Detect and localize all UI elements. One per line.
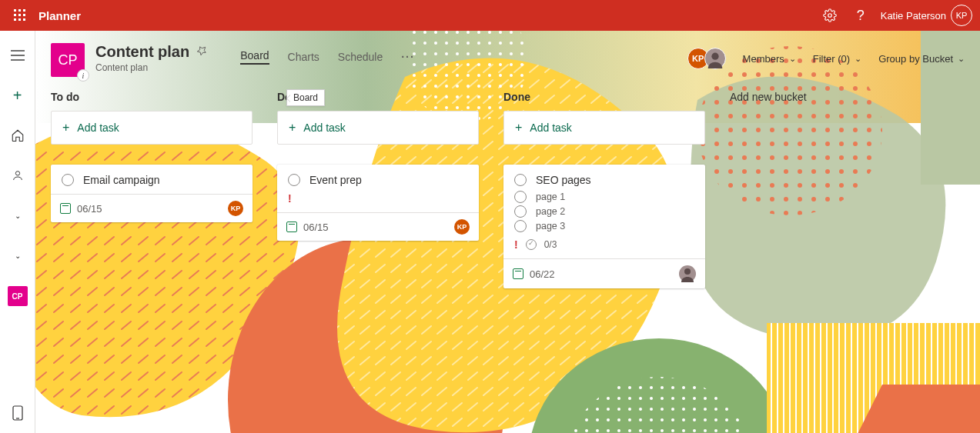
tab-charts[interactable]: Charts xyxy=(288,49,319,65)
members-label: Members xyxy=(743,53,784,65)
assignee-avatar[interactable] xyxy=(679,265,696,282)
svg-rect-2 xyxy=(23,9,25,12)
task-card[interactable]: Event prep ! 06/15 KP xyxy=(277,165,479,241)
board: To do + Add task Email campaign xyxy=(35,80,980,298)
task-date: 06/15 xyxy=(77,203,102,215)
complete-circle-icon[interactable] xyxy=(62,174,74,186)
mobile-icon[interactable] xyxy=(5,401,30,425)
svg-point-31 xyxy=(684,268,691,275)
hamburger-icon[interactable] xyxy=(5,43,30,68)
subtask-circle-icon[interactable] xyxy=(514,220,527,232)
member-avatars[interactable]: KP xyxy=(687,48,726,69)
new-plan-icon[interactable]: + xyxy=(5,83,30,108)
svg-rect-6 xyxy=(14,18,16,21)
add-task-button[interactable]: + Add task xyxy=(503,111,705,145)
priority-urgent-icon: ! xyxy=(514,238,518,251)
task-title: SEO pages xyxy=(536,174,591,186)
user-avatar[interactable]: KP xyxy=(951,5,972,26)
help-icon[interactable]: ? xyxy=(845,0,876,31)
app-bar: Planner ? Katie Paterson KP xyxy=(0,0,980,31)
side-rail: + ⌄ ⌄ CP xyxy=(0,31,35,433)
calendar-icon xyxy=(513,268,523,279)
assignee-avatar[interactable]: KP xyxy=(454,219,470,235)
complete-circle-icon[interactable] xyxy=(288,174,300,186)
tabs-more-icon[interactable]: ··· xyxy=(401,51,415,63)
bucket-doing: Doing + Add task Event prep ! xyxy=(277,89,479,241)
members-dropdown[interactable]: Members ⌄ xyxy=(743,53,796,65)
assignee-avatar[interactable]: KP xyxy=(228,201,243,216)
user-name[interactable]: Katie Paterson xyxy=(881,10,946,22)
add-bucket-label: Add new bucket xyxy=(730,91,932,103)
app-launcher-icon[interactable] xyxy=(8,3,32,28)
svg-rect-1 xyxy=(18,9,21,12)
calendar-icon xyxy=(60,203,71,214)
bucket-done: Done + Add task SEO pages xyxy=(503,89,705,288)
task-title: Event prep xyxy=(309,174,362,186)
tab-schedule[interactable]: Schedule xyxy=(338,49,383,65)
task-card[interactable]: Email campaign 06/15 KP xyxy=(51,165,253,222)
task-date: 06/15 xyxy=(303,221,329,233)
add-task-label: Add task xyxy=(530,122,571,134)
svg-point-9 xyxy=(828,14,831,18)
task-card[interactable]: SEO pages page 1 page 2 xyxy=(503,165,705,288)
checklist-icon xyxy=(526,239,537,250)
plus-icon: + xyxy=(515,121,522,135)
avatar-member xyxy=(704,48,726,69)
task-title: Email campaign xyxy=(83,174,160,186)
svg-rect-0 xyxy=(14,9,16,12)
svg-rect-3 xyxy=(14,14,16,16)
svg-point-13 xyxy=(15,172,19,175)
bucket-new[interactable]: Add new bucket xyxy=(730,89,932,103)
add-task-label: Add task xyxy=(303,122,345,134)
task-date: 06/22 xyxy=(530,268,555,280)
priority-urgent-icon: ! xyxy=(288,192,468,205)
tab-board-tooltip: Board xyxy=(286,89,325,106)
app-name[interactable]: Planner xyxy=(38,9,81,22)
subtask-label: page 3 xyxy=(536,221,565,231)
svg-rect-4 xyxy=(18,14,21,16)
svg-rect-14 xyxy=(13,406,22,420)
plan-subtitle: Content plan xyxy=(95,62,208,73)
plan-tile: CP i xyxy=(51,43,85,77)
add-task-button[interactable]: + Add task xyxy=(51,111,253,145)
filter-label: Filter (0) xyxy=(813,53,850,65)
recent-chevron-icon[interactable]: ⌄ xyxy=(5,243,30,268)
tabs: Board Charts Schedule ··· xyxy=(240,48,415,66)
plan-tile-initials: CP xyxy=(58,52,77,68)
add-task-button[interactable]: + Add task xyxy=(277,111,479,145)
plus-icon: + xyxy=(62,121,69,135)
svg-rect-7 xyxy=(18,18,21,21)
content-area: CP i Content plan Content plan Board Cha… xyxy=(35,31,980,433)
subtask-label: page 1 xyxy=(536,192,565,202)
chevron-down-icon: ⌄ xyxy=(855,54,861,64)
pin-icon[interactable] xyxy=(196,45,208,59)
add-task-label: Add task xyxy=(77,122,119,134)
chevron-down-icon: ⌄ xyxy=(789,54,796,64)
bucket-todo: To do + Add task Email campaign xyxy=(51,89,253,222)
bucket-title[interactable]: To do xyxy=(51,91,253,103)
home-icon[interactable] xyxy=(5,123,30,148)
bucket-title[interactable]: Done xyxy=(503,91,705,103)
assigned-icon[interactable] xyxy=(5,163,30,188)
calendar-icon xyxy=(286,221,297,232)
tab-board[interactable]: Board xyxy=(240,48,269,66)
settings-icon[interactable] xyxy=(814,0,845,31)
groupby-label: Group by Bucket xyxy=(878,53,953,65)
subtask-circle-icon[interactable] xyxy=(514,191,527,203)
svg-rect-5 xyxy=(23,14,25,16)
svg-rect-8 xyxy=(23,18,25,21)
plus-icon: + xyxy=(289,121,296,135)
checklist-progress: 0/3 xyxy=(544,239,557,250)
filter-dropdown[interactable]: Filter (0) ⌄ xyxy=(813,53,861,65)
svg-point-30 xyxy=(711,53,718,60)
complete-circle-icon[interactable] xyxy=(514,174,527,186)
subtask-label: page 2 xyxy=(536,206,565,217)
recent-plan-tile[interactable]: CP xyxy=(8,286,28,306)
subtask-circle-icon[interactable] xyxy=(514,205,527,218)
groupby-dropdown[interactable]: Group by Bucket ⌄ xyxy=(878,53,965,65)
plan-title: Content plan xyxy=(95,43,189,61)
favorites-chevron-icon[interactable]: ⌄ xyxy=(5,203,30,228)
chevron-down-icon: ⌄ xyxy=(958,54,965,64)
